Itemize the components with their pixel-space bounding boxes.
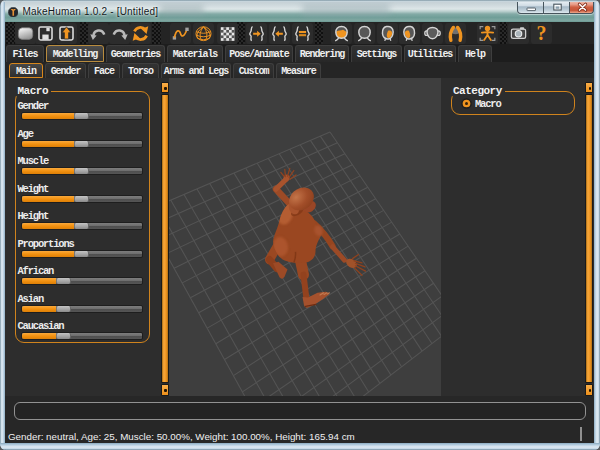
svg-text:?: ? (537, 23, 547, 44)
